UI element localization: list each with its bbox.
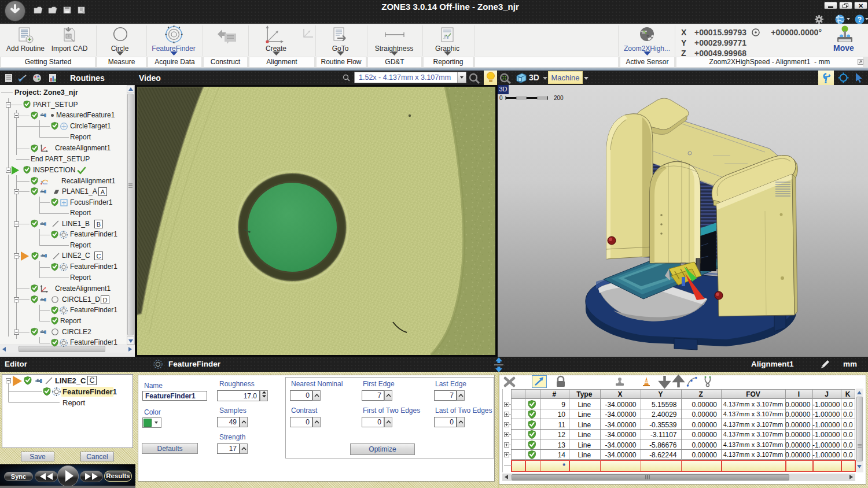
svg-text:?: ?: [858, 16, 862, 24]
